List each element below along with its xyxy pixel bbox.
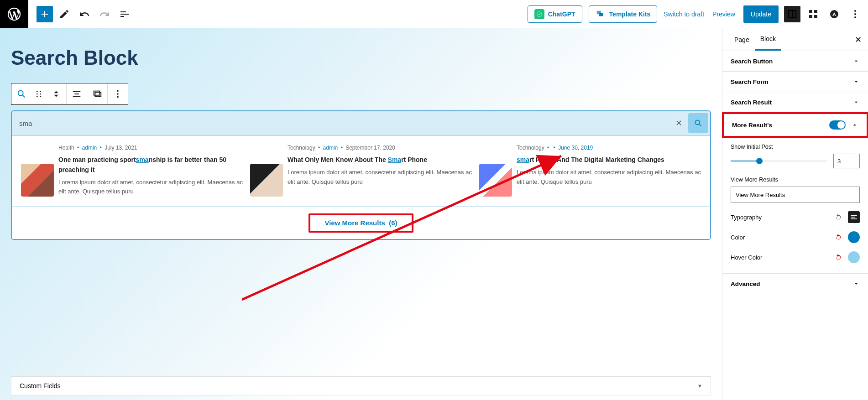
search-input[interactable] <box>12 113 671 134</box>
svg-point-11 <box>18 91 23 96</box>
chevron-down-icon <box>852 57 860 65</box>
result-thumbnail <box>479 164 512 197</box>
move-up-down-icon[interactable] <box>50 88 63 100</box>
svg-point-12 <box>37 91 38 92</box>
settings-sidebar: Page Block ✕ Search Button Search Form S… <box>722 28 868 400</box>
section-more-results[interactable]: More Result's <box>722 112 868 138</box>
svg-point-14 <box>37 96 38 97</box>
svg-point-23 <box>695 120 700 125</box>
svg-point-15 <box>40 91 41 92</box>
svg-point-16 <box>40 94 41 95</box>
color-swatch[interactable] <box>848 231 860 243</box>
switch-to-draft-link[interactable]: Switch to draft <box>664 10 704 18</box>
more-results-body: Show Initial Post View More Results Typo… <box>722 137 868 274</box>
search-submit-button[interactable] <box>688 113 708 133</box>
result-thumbnail <box>21 164 54 197</box>
result-title: smart Phone And The Digital Marketing Ch… <box>517 155 701 165</box>
tab-block[interactable]: Block <box>755 28 781 51</box>
typography-settings-icon[interactable] <box>848 211 860 223</box>
result-excerpt: Lorems ipsum dolor sit amet, consectetur… <box>58 178 243 197</box>
tab-page[interactable]: Page <box>729 28 755 51</box>
svg-point-20 <box>117 90 119 92</box>
chatgpt-icon <box>534 9 544 19</box>
result-title: One man practicing sportsmanship is far … <box>58 155 243 175</box>
svg-rect-5 <box>809 15 812 18</box>
result-excerpt: Lorems ipsum dolor sit amet, consectetur… <box>517 168 701 187</box>
wordpress-logo[interactable] <box>0 0 28 28</box>
result-item[interactable]: Technology • admin • September 17, 2020 … <box>246 144 476 197</box>
svg-point-22 <box>117 96 119 98</box>
hover-color-swatch[interactable] <box>848 251 860 263</box>
reset-icon[interactable] <box>832 231 844 243</box>
search-results: Health • admin • July 13, 2021 One man p… <box>12 135 710 207</box>
result-meta: Health • admin • July 13, 2021 <box>58 144 243 152</box>
result-excerpt: Lorems ipsum dolor sit amet, consectetur… <box>288 168 472 187</box>
add-block-button[interactable] <box>37 6 53 22</box>
show-initial-label: Show Initial Post <box>731 144 860 150</box>
svg-point-10 <box>854 16 856 18</box>
edit-tool-icon[interactable] <box>56 5 73 23</box>
drag-handle-icon[interactable] <box>32 88 45 100</box>
chevron-up-icon <box>851 121 858 129</box>
custom-fields-panel[interactable]: Custom Fields ▼ <box>11 376 711 395</box>
svg-point-17 <box>40 96 41 97</box>
svg-rect-2 <box>599 13 603 16</box>
view-more-row: View More Results (6) <box>12 207 710 239</box>
color-label: Color <box>731 234 745 241</box>
chatgpt-label: ChatGPT <box>548 10 575 18</box>
svg-point-8 <box>854 10 856 12</box>
block-toolbar <box>11 83 128 105</box>
reset-icon[interactable] <box>832 211 844 223</box>
layout-icon[interactable] <box>91 88 104 100</box>
view-more-link[interactable]: View More Results (6) <box>325 219 397 227</box>
astra-icon[interactable] <box>826 6 842 22</box>
show-initial-slider[interactable] <box>731 161 827 161</box>
svg-point-21 <box>117 93 119 95</box>
section-search-button[interactable]: Search Button <box>722 51 868 72</box>
svg-rect-3 <box>809 10 812 13</box>
editor-topbar: ChatGPT Template Kits Switch to draft Pr… <box>0 0 868 28</box>
search-block: ✕ Health • admin • July 13, 2021 One man… <box>11 110 711 240</box>
reset-icon[interactable] <box>832 251 844 263</box>
result-title: What Only Men Know About The Smart Phone <box>288 155 472 165</box>
redo-icon[interactable] <box>96 5 113 23</box>
page-title[interactable]: Search Block <box>11 47 711 69</box>
settings-panel-toggle[interactable] <box>784 6 800 22</box>
template-kits-chip[interactable]: Template Kits <box>589 5 658 23</box>
result-thumbnail <box>250 164 283 197</box>
more-results-toggle[interactable] <box>829 120 846 130</box>
preview-link[interactable]: Preview <box>712 10 735 18</box>
svg-point-0 <box>537 11 542 16</box>
section-search-result[interactable]: Search Result <box>722 92 868 113</box>
view-more-input[interactable] <box>731 187 860 203</box>
section-search-form[interactable]: Search Form <box>722 72 868 92</box>
undo-icon[interactable] <box>76 5 93 23</box>
update-button[interactable]: Update <box>743 5 779 23</box>
block-type-search-icon[interactable] <box>15 88 28 100</box>
svg-rect-4 <box>814 10 817 13</box>
template-kits-label: Template Kits <box>609 10 651 18</box>
close-sidebar-icon[interactable]: ✕ <box>855 35 862 45</box>
align-icon[interactable] <box>70 88 83 100</box>
svg-point-13 <box>37 94 38 95</box>
hover-color-label: Hover Color <box>731 254 762 261</box>
block-more-icon[interactable] <box>111 88 124 100</box>
chevron-down-icon <box>852 280 860 287</box>
list-view-icon[interactable] <box>116 5 133 23</box>
typography-label: Typography <box>731 214 762 221</box>
result-meta: Technology • • June 30, 2019 <box>517 144 701 152</box>
clear-search-icon[interactable]: ✕ <box>671 115 686 131</box>
chatgpt-chip[interactable]: ChatGPT <box>528 5 582 23</box>
result-meta: Technology • admin • September 17, 2020 <box>288 144 472 152</box>
template-kits-icon <box>596 9 606 19</box>
show-initial-input[interactable] <box>833 154 860 168</box>
section-advanced[interactable]: Advanced <box>722 274 868 294</box>
editor-canvas: Search Block ✕ <box>0 28 722 400</box>
more-options-icon[interactable] <box>847 6 863 22</box>
result-item[interactable]: Technology • • June 30, 2019 smart Phone… <box>476 144 705 197</box>
result-item[interactable]: Health • admin • July 13, 2021 One man p… <box>17 144 246 197</box>
svg-rect-6 <box>814 15 817 18</box>
annotation-box: View More Results (6) <box>309 213 414 233</box>
plugin-panel-icon[interactable] <box>805 6 821 22</box>
chevron-down-icon <box>852 99 860 106</box>
